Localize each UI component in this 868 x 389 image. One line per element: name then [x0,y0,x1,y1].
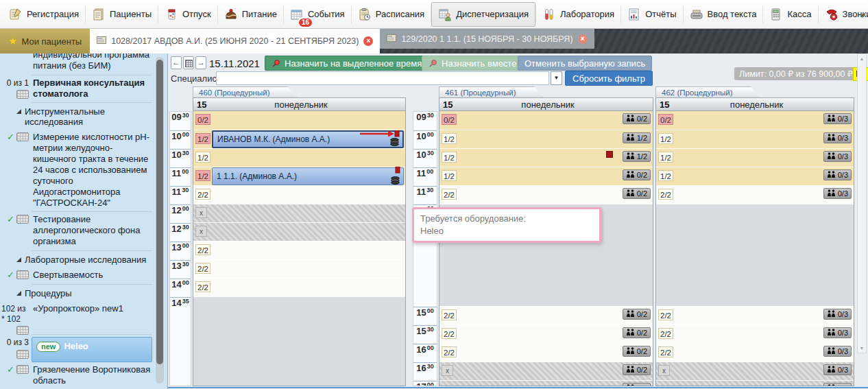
schedule-slot[interactable]: 0/20/2 [439,111,653,130]
sidebar-item-0[interactable]: индивидуальной программа питания (без БИ… [0,54,154,75]
schedule-slot[interactable]: 2/20/3 [656,343,854,362]
equipment-tooltip: Требуется оборудование: Heleo [412,207,601,243]
slot-capacity-badge: 0/2 [442,114,457,125]
people-icon [827,384,836,386]
room-tab[interactable]: 460 (Процедурный) [193,86,297,97]
sidebar-scrollbar-thumb[interactable] [156,60,163,364]
calendar-button[interactable] [183,56,194,69]
schedule-slot[interactable]: 0/20/3 [656,111,854,130]
group-label: Лабораторные исследования [25,255,146,265]
toolbar-button-reports[interactable]: Отчёты [621,3,682,26]
schedule-slot[interactable]: 1/2 [193,148,405,167]
prev-day-button[interactable]: ← [171,56,182,69]
schedule-slot[interactable]: 0/2 [439,380,653,386]
toolbar-button-vacation[interactable]: Отпуск [158,3,217,26]
item-marks: ✓ [7,365,29,374]
schedule-slot[interactable]: x0/3 [656,362,854,380]
schedule-slot[interactable] [656,204,854,306]
toolbar-button-nutrition[interactable]: Питание [218,3,283,26]
sidebar-item-9[interactable]: 0 из 3newHeleo [0,335,154,362]
sidebar-group-5[interactable]: Лабораторные исследования [0,251,154,268]
toolbar-button-dispatch[interactable]: Диспетчеризация [431,2,535,27]
schedule-slot[interactable]: 2/2 [193,185,405,204]
toolbar-button-laboratory[interactable]: Лаборатория [536,3,620,26]
schedule-slot[interactable]: 2/20/2 [439,185,653,204]
tab-my-patients[interactable]: ★Мои пациенты [0,29,90,54]
toolbar-button-text-entry[interactable]: Ввод текста [684,3,763,26]
occupancy-badge: 0/3 [823,364,852,375]
toolbar-button-patients[interactable]: Пациенты [86,3,158,26]
schedule-slot[interactable]: 2/2 [193,241,405,259]
schedule-slot[interactable]: 1/20/3 [656,167,854,185]
schedule-slot[interactable] [193,296,405,386]
slot-capacity-badge: 2/2 [442,189,457,200]
sidebar-group-7[interactable]: Процедуры [0,285,154,301]
appointment[interactable]: 1 1.1. (Админов А.А.) [212,167,404,185]
item-marks [16,350,29,359]
schedule-slot[interactable]: 2/20/3 [656,185,854,204]
schedule-slot[interactable]: 2/20/2 [439,306,653,325]
toolbar-overflow-icon[interactable]: ▼ [859,12,865,19]
schedule-scrollbar[interactable]: ▲ ▼ [857,54,867,353]
close-icon[interactable]: × [363,36,373,46]
close-icon[interactable]: × [578,34,588,44]
toolbar-button-cash[interactable]: Касса [763,3,817,26]
assign-selected-time-button[interactable]: Назначить на выделенное время [265,56,429,71]
reset-filter-button[interactable]: Сбросить фильтр [565,71,653,86]
sidebar-item-4[interactable]: ✓Тестирование аллергологического фона ор… [0,212,154,251]
toolbar-button-label: Ввод текста [708,9,757,19]
schedule-slot[interactable]: 0/3 [656,380,854,386]
slot-capacity-badge: 2/2 [195,244,210,255]
schedule-slot[interactable]: 1/2ИВАНОВ М.К. (Админов А.А.) [193,130,405,148]
specialist-dropdown-icon[interactable]: ▼ [551,71,562,85]
schedule-slot[interactable]: 1/21 1.1. (Админов А.А.) [193,167,405,185]
specialist-combobox[interactable] [216,71,549,85]
time-label: 1530 [413,325,437,344]
expander-icon[interactable] [16,257,21,262]
schedule-slot[interactable]: 2/2 [193,278,405,296]
schedule-slot[interactable]: 1/21/2 [439,130,653,148]
item-label: Тестирование аллергологического фона орг… [32,214,152,251]
schedule-slot[interactable]: 1/20/3 [656,130,854,148]
schedule-slot[interactable]: 0/2 [193,111,405,130]
schedule-slot[interactable]: 2/20/2 [439,325,653,343]
sidebar-item-1[interactable]: 0 из 1Первичная консультация стоматолога [0,75,154,104]
schedule-slot[interactable]: 2/20/3 [656,325,854,343]
sidebar-item-3[interactable]: ✓Измерение кислотности pH-метрии желудоч… [0,130,154,212]
slot-capacity-badge: 2/2 [442,309,457,320]
assign-together-button[interactable]: Назначить вместе [422,56,523,71]
schedule-slot[interactable]: x [193,222,405,241]
schedule-slot[interactable]: x0/2 [439,362,653,380]
schedule-slot[interactable]: 1/20/2 [439,167,653,185]
expander-icon[interactable] [16,109,21,114]
room-tab[interactable]: 462 (Процедурный) [655,86,760,97]
room-tab[interactable]: 461 (Процедурный) [439,86,543,97]
cancel-record-button[interactable]: Отменить выбранную запись [518,56,652,71]
next-day-button[interactable]: → [195,56,206,69]
sidebar-group-2[interactable]: Инструментальные исследования [0,103,154,130]
time-label: 1130 [170,186,191,204]
schedule-slot[interactable]: x [193,204,405,222]
schedule-slot[interactable]: 1/20/3 [656,148,854,167]
time-gutter-2: 0930100010301100113012001500153016001630… [413,111,437,386]
patient-tab-2[interactable]: 129/2020 1 1.1. (15 НОЯБРЯ - 30 НОЯБРЯ)× [380,29,594,49]
expander-icon[interactable] [16,291,21,296]
sidebar-item-10[interactable]: ✓Грязелечение Воротниковая область [0,362,154,389]
scroll-down-icon[interactable]: ▼ [860,346,865,351]
occupancy-count: 0/3 [838,310,848,318]
sidebar-item-6[interactable]: ✓Свертываемость [0,268,154,285]
schedule-slot[interactable]: 2/20/2 [439,343,653,362]
patient-tab-1[interactable]: 1028/2017 АВДОВ А.И. (25 ИЮНЯ 2020 - 21 … [90,29,380,54]
sidebar-scrollbar[interactable] [156,57,164,384]
scroll-up-icon[interactable]: ▲ [860,56,865,61]
sidebar-item-8[interactable]: 102 из * 102«Уропроктокор» new1 [0,301,154,335]
toolbar-button-label: Отпуск [182,9,211,19]
toolbar-button-schedules[interactable]: Расписания [352,3,431,26]
item-text: Первичная консультация стоматолога [33,78,145,99]
toolbar-button-events[interactable]: События16 [284,3,351,26]
schedule-slot[interactable]: 2/2 [193,259,405,278]
appointment[interactable]: ИВАНОВ М.К. (Админов А.А.) [212,130,404,148]
schedule-slot[interactable]: 1/21/2 [439,148,653,167]
schedule-slot[interactable]: 2/20/3 [656,306,854,325]
toolbar-button-registration[interactable]: Регистрация [3,3,85,26]
